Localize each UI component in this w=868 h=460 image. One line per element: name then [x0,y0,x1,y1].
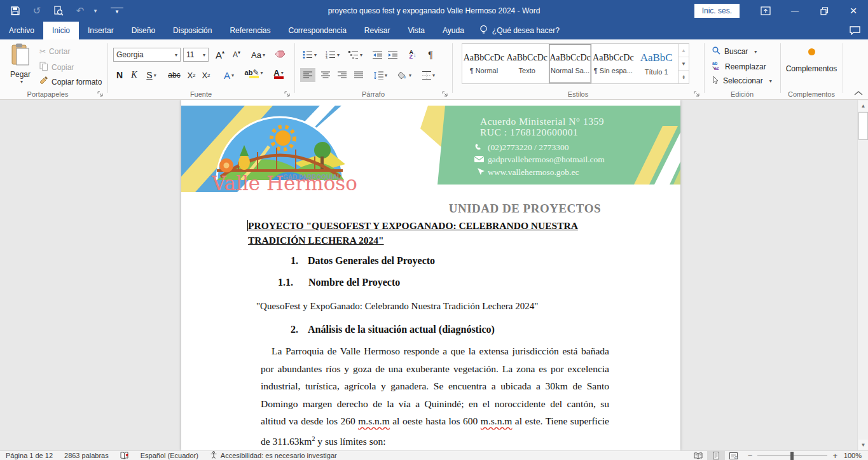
zoom-level[interactable]: 100% [843,452,868,459]
word-count[interactable]: 2863 palabras [59,452,114,459]
replace-button[interactable]: abac Reemplazar [712,61,766,72]
text-effects-button[interactable]: A▾ [218,68,240,82]
sort-button[interactable]: AZ↓ [404,48,421,62]
shrink-font-button[interactable]: A▾ [229,48,244,62]
zoom-out-icon[interactable]: − [748,451,753,460]
style-texto[interactable]: AaBbCcDc Texto [506,44,549,83]
subscript-button[interactable]: X2 [184,68,198,82]
signin-button[interactable]: Inic. ses. [694,4,740,18]
borders-button[interactable]: ▾ [418,68,439,82]
tab-ayuda[interactable]: Ayuda [434,22,473,39]
style-sin-espaciado[interactable]: AaBbCcDc ¶ Sin espa... [591,44,635,83]
undo-dropdown-icon[interactable]: ▾ [89,4,102,17]
paste-button[interactable]: Pegar ▾ [5,43,36,93]
underline-button[interactable]: S▾ [142,68,161,82]
project-name-line[interactable]: "QuesoFest y ExpoGanado: Celebrando Nues… [256,301,538,312]
bold-button[interactable]: N [113,68,126,82]
heading-1-1[interactable]: 1.1. Nombre del Proyecto [278,277,400,288]
style-normal[interactable]: AaBbCcDc ¶ Normal [462,44,506,83]
tell-me-box[interactable]: ¿Qué desea hacer? [473,22,566,39]
zoom-in-icon[interactable]: + [832,451,837,460]
shading-button[interactable]: ▾ [394,68,415,82]
scroll-up-icon[interactable]: ▲ [858,101,868,111]
increase-indent-button[interactable] [385,48,399,62]
paste-dropdown-icon[interactable]: ▾ [20,79,23,85]
print-preview-icon[interactable] [52,4,65,17]
justify-button[interactable] [351,68,366,82]
style-titulo-1[interactable]: AaBbC Título 1 [635,44,678,83]
font-name-select[interactable]: Georgia▾ [113,48,181,62]
tab-correspondencia[interactable]: Correspondencia [279,22,355,39]
zoom-slider[interactable]: − + [748,451,837,460]
tab-revisar[interactable]: Revisar [355,22,399,39]
close-button[interactable]: × [839,0,868,22]
document-page[interactable]: GAD PARROQUIAL Valle Hermoso Acuerdo Min… [181,100,680,450]
align-center-button[interactable] [318,68,333,82]
show-marks-button[interactable]: ¶ [424,48,437,62]
undo-icon[interactable]: ↶ [74,4,86,17]
font-size-select[interactable]: 11▾ [183,48,209,62]
read-mode-icon[interactable] [689,451,707,460]
minimize-button[interactable]: — [780,0,809,22]
align-right-button[interactable] [334,68,350,82]
line-spacing-button[interactable]: ▾ [370,68,390,82]
bullets-button[interactable]: ▾ [300,48,319,62]
grow-font-button[interactable]: A▴ [212,48,228,62]
change-case-button[interactable]: Aa▾ [248,48,268,62]
scroll-down-icon[interactable]: ▼ [858,440,868,450]
vertical-scrollbar[interactable]: ▲ ▼ [857,100,868,450]
document-canvas[interactable]: GAD PARROQUIAL Valle Hermoso Acuerdo Min… [0,100,857,450]
proofing-icon[interactable] [114,452,135,459]
tab-vista[interactable]: Vista [399,22,434,39]
italic-button[interactable]: K [128,68,141,82]
strikethrough-button[interactable]: abc [165,68,183,82]
align-left-icon [303,71,312,79]
find-button[interactable]: Buscar▾ [712,46,757,57]
heading-1[interactable]: 1. Datos Generales del Proyecto [291,255,435,267]
scrollbar-thumb[interactable] [858,112,868,140]
page-indicator[interactable]: Página 1 de 12 [0,452,59,459]
clipboard-icon [11,43,30,68]
qat-customize-icon[interactable]: ▾ [111,8,123,14]
comments-icon[interactable] [850,22,860,39]
cut-button[interactable]: ✂ Cortar [39,47,70,56]
save-icon[interactable] [9,4,22,17]
tab-disposicion[interactable]: Disposición [164,22,221,39]
web-layout-icon[interactable] [725,451,743,460]
style-normal-sa[interactable]: AaBbCcDc Normal Sa... [549,44,592,83]
body-paragraph[interactable]: La Parroquia de Valle Hermoso responde a… [261,342,609,450]
print-layout-icon[interactable] [707,451,725,460]
collapse-ribbon-icon[interactable] [854,89,864,97]
zoom-thumb[interactable] [790,452,794,460]
copy-button[interactable]: Copiar [39,62,74,73]
language-indicator[interactable]: Español (Ecuador) [135,452,204,459]
highlight-button[interactable]: ab✎▾ [242,66,265,80]
document-title[interactable]: PROYECTO "QUESOFEST Y EXPOGANADO: CELEBR… [248,219,614,247]
font-color-button[interactable]: A▾ [268,66,289,80]
superscript-button[interactable]: X2 [199,68,213,82]
tab-diseno[interactable]: Diseño [123,22,164,39]
align-left-button[interactable] [300,68,315,82]
styles-scroll-up-icon[interactable]: ▲ [679,44,689,57]
multilevel-list-button[interactable]: ▾ [346,48,365,62]
clear-formatting-button[interactable] [272,48,287,62]
tab-insertar[interactable]: Insertar [79,22,123,39]
portapapeles-dialog-launcher-icon[interactable] [97,90,105,98]
numbering-button[interactable]: 123▾ [323,48,342,62]
tab-inicio[interactable]: Inicio [43,22,79,39]
addins-button[interactable]: Complementos [781,48,842,73]
restore-button[interactable] [809,0,839,22]
redo-cycle-icon[interactable]: ↺ [31,4,43,17]
ribbon-display-options-icon[interactable] [751,0,780,22]
select-button[interactable]: Seleccionar▾ [712,76,772,86]
decrease-indent-button[interactable] [370,48,384,62]
heading-2[interactable]: 2. Análisis de la situación actual (diag… [291,324,495,335]
styles-more-icon[interactable]: ⇟ [679,71,689,83]
format-painter-button[interactable]: Copiar formato [39,76,102,87]
styles-scroll-down-icon[interactable]: ▼ [679,57,689,71]
tab-referencias[interactable]: Referencias [221,22,279,39]
tab-archivo[interactable]: Archivo [0,22,43,39]
accessibility-status[interactable]: Accesibilidad: es necesario investigar [204,451,343,460]
zoom-track[interactable] [757,456,827,456]
font-color-bar [274,76,284,79]
